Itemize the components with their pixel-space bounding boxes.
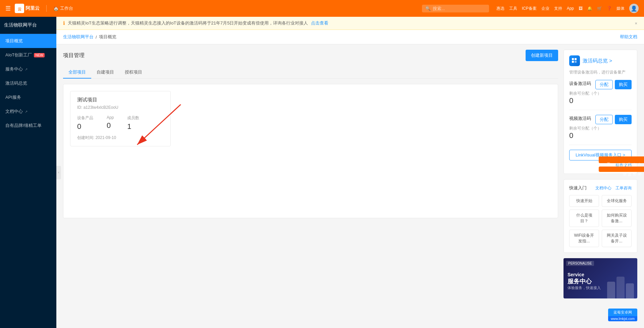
top-nav: ☰ 云 阿里云 🏠 工作台 🔍 惠选 工具 ICP备案 企业 支持 App 🖼 … [0,0,644,17]
tab-authorized-projects[interactable]: 授权项目 [119,66,148,79]
nav-action-media[interactable]: 媒体 [616,6,625,11]
stat-members-label: 成员数 [127,115,139,121]
new-badge: NEW [34,53,44,57]
float-tab-brand[interactable]: 自有品牌搭建工单 [599,156,644,163]
sidebar-item-aiot-factory[interactable]: AIoT创新工厂 NEW [0,48,56,62]
right-float-tabs: 自有品牌搭建工单 评价反馈 [599,156,644,172]
nav-icon-image[interactable]: 🖼 [579,6,583,11]
sidebar-item-doc-center[interactable]: 文档中心 ↗ [0,104,56,119]
svg-text:云: 云 [18,7,21,11]
banner-close-button[interactable]: × [635,21,637,26]
sidebar-collapse-button[interactable]: ‹ [56,166,61,179]
project-card-stats: 设备产品 0 App 0 成员数 1 [77,115,164,131]
svg-rect-4 [572,58,574,60]
device-remaining-value: 0 [569,96,632,105]
main-layout: 生活物联网平台 项目概览 AIoT创新工厂 NEW 服务中心 ↗ 激活码总览 A… [0,17,644,328]
sidebar-item-label: 项目概览 [5,38,23,44]
section-divider-2 [569,145,632,145]
device-remaining-label: 剩余可分配（个） [569,91,632,96]
video-distribute-button[interactable]: 分配 [595,115,613,124]
qs-btn-global-service[interactable]: 全球化服务 [602,195,632,207]
video-remaining-value: 0 [569,131,632,140]
video-buy-button[interactable]: 购买 [615,115,632,124]
nav-icon-help[interactable]: ❓ [607,6,612,11]
help-doc-link[interactable]: 帮助文档 [620,34,637,40]
notification-banner: ℹ 天猫精灵IoT生态策略进行调整，天猫精灵生态接入的IoT设备的激活码将于21… [56,17,644,30]
activation-card-subtitle: 管理设备激活码，进行设备量产 [569,69,632,75]
info-icon: ℹ [63,20,65,26]
stat-devices: 设备产品 0 [77,115,93,131]
sidebar-item-label: 自有品牌/缮精工单 [5,123,42,129]
nav-search-box[interactable]: 🔍 [422,5,489,12]
sidebar-item-own-brand[interactable]: 自有品牌/缮精工单 [0,119,56,133]
project-cards-area: 测试项目 ID: a123lw4xlcB2EooU 设备产品 0 App 0 [63,84,558,218]
nav-icon-bell[interactable]: 🔔 [587,6,592,11]
right-sidebar: 激活码总览 > 管理设备激活码，进行设备量产 设备激活码 分配 购买 剩余可分配… [564,50,637,298]
stat-apps-value: 0 [107,121,114,130]
activation-card-title[interactable]: 激活码总览 > [583,58,612,64]
svg-rect-6 [572,61,574,63]
qs-btn-gateway-dev[interactable]: 网关及子设备开... [602,230,632,247]
search-icon: 🔍 [425,6,431,11]
svg-rect-7 [575,61,577,63]
sidebar-item-service-center[interactable]: 服务中心 ↗ [0,62,56,76]
video-remaining-label: 剩余可分配（个） [569,126,632,131]
nav-action-app[interactable]: App [567,6,574,11]
service-banner-tag: PERSONALISE [566,261,594,266]
sidebar-item-api-service[interactable]: API服务 [0,90,56,104]
breadcrumb-current: 项目概览 [99,34,116,40]
sidebar: 生活物联网平台 项目概览 AIoT创新工厂 NEW 服务中心 ↗ 激活码总览 A… [0,17,56,328]
nav-action-support[interactable]: 支持 [554,6,562,11]
nav-icon-cart[interactable]: 🛒 [597,6,602,11]
nav-action-tools[interactable]: 工具 [509,6,517,11]
workorder-link[interactable]: 工单咨询 [615,185,632,191]
create-project-button[interactable]: 创建新项目 [526,50,558,61]
act-card-header: 激活码总览 > [569,55,632,66]
service-banner[interactable]: PERSONALISE Service 服务中心 体验服务，快速接入 [564,258,637,298]
video-code-title: 视频激活码 [569,115,591,122]
stat-apps-label: App [107,115,114,120]
stat-devices-value: 0 [77,122,93,131]
project-tab-bar: 全部项目 自建项目 授权项目 [63,66,558,79]
sidebar-item-project-overview[interactable]: 项目概览 [0,34,56,48]
quick-start-grid: 快速开始 全球化服务 什么是项目？ 如何购买设备激... WiFi设备开发指..… [569,195,632,247]
nav-action-icp[interactable]: ICP备案 [522,6,537,11]
qs-btn-what-is-project[interactable]: 什么是项目？ [569,209,599,227]
breadcrumb-home[interactable]: 生活物联网平台 [63,34,94,40]
search-input[interactable] [433,6,483,11]
nav-avatar[interactable]: 👤 [629,4,639,13]
nav-logo[interactable]: 云 阿里云 [15,4,40,13]
tab-self-built-projects[interactable]: 自建项目 [91,66,119,79]
qs-btn-wifi-dev[interactable]: WiFi设备开发指... [569,230,599,247]
external-link-icon: ↗ [25,67,28,71]
quick-start-card: 快速入门 文档中心 工单咨询 快速开始 全球化服务 什么是项目？ 如何购买设备激… [564,179,637,253]
project-panel: 项目管理 创建新项目 全部项目 自建项目 授权项目 测试项目 ID: a123l… [63,50,558,218]
banner-link[interactable]: 点击查看 [311,20,328,26]
panel-title: 项目管理 [63,52,85,59]
quick-start-header: 快速入门 文档中心 工单咨询 [569,185,632,191]
nav-workspace[interactable]: 🏠 工作台 [53,5,73,11]
sidebar-item-activation-code[interactable]: 激活码总览 [0,76,56,90]
grid-icon [571,57,578,64]
nav-action-huixuan[interactable]: 惠选 [496,6,504,11]
sidebar-item-label: API服务 [5,94,21,100]
tab-all-projects[interactable]: 全部项目 [63,66,91,79]
qs-btn-quick-start[interactable]: 快速开始 [569,195,599,207]
video-code-section: 视频激活码 分配 购买 剩余可分配（个） 0 [569,115,632,140]
stat-devices-label: 设备产品 [77,115,93,121]
aliyun-logo-icon: 云 [15,4,24,13]
menu-icon[interactable]: ☰ [5,5,11,12]
device-distribute-button[interactable]: 分配 [595,80,613,89]
breadcrumb-separator: / [96,35,97,40]
nav-action-enterprise[interactable]: 企业 [541,6,549,11]
page-body: 项目管理 创建新项目 全部项目 自建项目 授权项目 测试项目 ID: a123l… [56,44,644,304]
doc-center-link[interactable]: 文档中心 [595,185,611,191]
badge-title: 蓝莓安卓网 [608,309,637,316]
qs-btn-buy-devices[interactable]: 如何购买设备激... [602,209,632,227]
device-code-actions: 分配 购买 [595,80,632,89]
stat-members-value: 1 [127,122,139,131]
float-tab-eval[interactable]: 评价反馈 [599,167,644,172]
project-card[interactable]: 测试项目 ID: a123lw4xlcB2EooU 设备产品 0 App 0 [70,91,171,146]
section-divider [569,110,632,110]
device-buy-button[interactable]: 购买 [615,80,632,89]
